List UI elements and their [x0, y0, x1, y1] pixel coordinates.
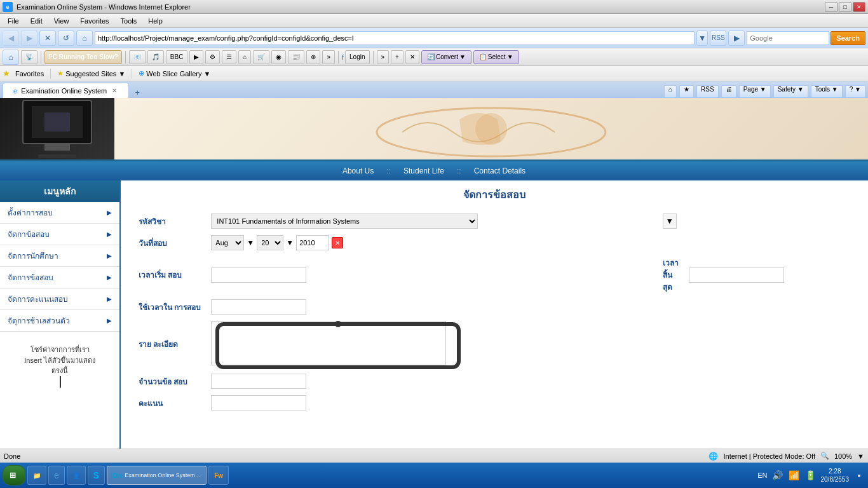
- refresh-button[interactable]: ↺: [58, 30, 74, 46]
- menu-tools[interactable]: Tools: [116, 16, 142, 26]
- address-dropdown-button[interactable]: ▼: [696, 30, 708, 46]
- date-year-input[interactable]: [296, 235, 329, 250]
- sidebar-item-0[interactable]: ตั้งค่าการสอบ ▶: [0, 202, 119, 224]
- web-slice-gallery-link[interactable]: ⊕ Web Slice Gallery ▼: [136, 69, 213, 78]
- toolbar-extra2[interactable]: ⊕: [306, 50, 320, 64]
- toolbar-bbc[interactable]: BBC: [166, 50, 188, 64]
- toolbar-shopping[interactable]: 🛒: [253, 50, 269, 64]
- date-clear-button[interactable]: ✕: [332, 237, 343, 248]
- tab-help-btn[interactable]: ? ▼: [845, 85, 865, 98]
- toolbar-menu[interactable]: ☰: [222, 50, 236, 64]
- taskbar-clock[interactable]: 2:28 20/8/2553: [821, 467, 850, 484]
- tab-close-button[interactable]: ✕: [111, 87, 118, 94]
- menu-edit[interactable]: Edit: [25, 16, 48, 26]
- toolbar-settings[interactable]: ⚙: [205, 50, 220, 64]
- score-cell: [206, 392, 657, 414]
- time-row: เวลาเริ่ม สอบ เวลาสิ้นสุด: [133, 254, 855, 296]
- select-button[interactable]: 📋 Select ▼: [473, 50, 519, 64]
- date-month-select[interactable]: Aug: [211, 235, 244, 250]
- course-dropdown-button[interactable]: ▼: [663, 214, 677, 229]
- forward-button[interactable]: ▶: [21, 30, 37, 46]
- login-button[interactable]: Login: [345, 50, 369, 64]
- toolbar-home[interactable]: ⌂: [3, 50, 19, 65]
- toolbar-extra[interactable]: ◉: [271, 50, 286, 64]
- new-tab-button[interactable]: +: [131, 86, 144, 98]
- address-bar[interactable]: [95, 31, 695, 45]
- tab-favorites-btn[interactable]: ★: [679, 85, 694, 98]
- facebook-icon: f: [342, 53, 344, 61]
- toolbar-media[interactable]: ▶: [189, 50, 203, 64]
- toolbar-news[interactable]: 📰: [288, 50, 304, 64]
- menu-file[interactable]: File: [3, 16, 24, 26]
- tab-safety-btn[interactable]: Safety ▼: [773, 85, 808, 98]
- toolbar-add-btn[interactable]: +: [391, 50, 403, 64]
- tab-home-btn[interactable]: ⌂: [664, 85, 677, 98]
- toolbar-mail[interactable]: 📧: [129, 50, 146, 64]
- course-select[interactable]: INT101 Fundamentals of Information Syste…: [211, 214, 478, 229]
- menu-favorites[interactable]: Favorites: [75, 16, 114, 26]
- suggested-sites-link[interactable]: ★ Suggested Sites ▼: [55, 69, 128, 78]
- start-time-input[interactable]: [211, 268, 306, 283]
- sidebar-item-3[interactable]: จัดการข้อสอบ ▶: [0, 267, 119, 288]
- sidebar-item-1[interactable]: จัดกาข้อสอบ ▶: [0, 224, 119, 245]
- count-cell: [206, 370, 657, 392]
- convert-button[interactable]: 🔄 Convert ▼: [421, 50, 471, 64]
- tab-tools-btn[interactable]: Tools ▼: [811, 85, 843, 98]
- toolbar-expand2[interactable]: »: [377, 50, 390, 64]
- toolbar-home2[interactable]: ⌂: [238, 50, 251, 64]
- back-button[interactable]: ◀: [3, 30, 19, 46]
- rss-button[interactable]: RSS: [710, 30, 726, 46]
- active-tab[interactable]: e Examination Online System ✕: [3, 83, 129, 98]
- zoom-level: 100%: [834, 452, 852, 460]
- volume-icon[interactable]: 🔊: [771, 469, 784, 482]
- search-button[interactable]: Search: [831, 31, 865, 45]
- taskbar-app-skype[interactable]: S: [88, 466, 105, 485]
- network-icon[interactable]: 📶: [788, 469, 801, 482]
- date-sep-2: ▼: [286, 238, 294, 247]
- nav-about-us[interactable]: About Us: [342, 166, 374, 175]
- close-button[interactable]: ✕: [853, 2, 865, 12]
- course-dropdown-cell: ▼: [658, 210, 684, 232]
- toolbar-expand[interactable]: »: [322, 50, 335, 64]
- maximize-button[interactable]: □: [839, 2, 851, 12]
- sidebar-item-4[interactable]: จัดการคะแนนสอบ ▶: [0, 288, 119, 310]
- favorites-link[interactable]: Favorites: [13, 69, 46, 78]
- date-label: วันที่สอบ: [133, 232, 206, 254]
- show-desktop-button[interactable]: ▪: [853, 469, 865, 482]
- tab-page-btn[interactable]: Page ▼: [739, 85, 771, 98]
- toolbar-feeds[interactable]: 📡: [21, 50, 37, 64]
- end-time-input[interactable]: [689, 268, 784, 283]
- nav-student-life[interactable]: Student Life: [403, 166, 444, 175]
- sidebar: เมนูหลัก ตั้งค่าการสอบ ▶ จัดกาข้อสอบ ▶ จ…: [0, 180, 121, 449]
- detail-textarea[interactable]: [211, 321, 446, 365]
- navigate-button[interactable]: ▶: [728, 30, 745, 46]
- search-input[interactable]: [747, 31, 829, 45]
- zone-icon: 🌐: [709, 452, 718, 461]
- taskbar-app-ie[interactable]: e: [48, 466, 65, 485]
- pc-running-slow-btn[interactable]: PC Running Too Slow?: [44, 50, 122, 64]
- score-input[interactable]: [211, 395, 306, 410]
- taskbar-app-fw[interactable]: Fw: [208, 466, 229, 485]
- toolbar-music[interactable]: 🎵: [147, 50, 164, 64]
- nav-contact-details[interactable]: Contact Details: [474, 166, 526, 175]
- taskbar-active-app[interactable]: Dw Examination Online System - Windows I…: [107, 466, 207, 485]
- start-button[interactable]: ⊞: [3, 465, 25, 485]
- sidebar-arrow-0: ▶: [107, 209, 112, 216]
- menu-help[interactable]: Help: [143, 16, 168, 26]
- count-input[interactable]: [211, 374, 306, 389]
- taskbar-app-folder[interactable]: 📁: [27, 466, 46, 485]
- date-day-select[interactable]: 20: [257, 235, 283, 250]
- taskbar-app-user[interactable]: 👤: [67, 466, 86, 485]
- sidebar-item-2[interactable]: จัดการนักศึกษา ▶: [0, 245, 119, 267]
- stop-button[interactable]: ✕: [39, 30, 56, 46]
- minimize-button[interactable]: ─: [825, 2, 837, 12]
- tab-print-btn[interactable]: 🖨: [721, 85, 736, 98]
- duration-input[interactable]: [211, 299, 306, 315]
- menu-view[interactable]: View: [49, 16, 74, 26]
- battery-icon[interactable]: 🔋: [804, 469, 817, 482]
- tab-rss-btn[interactable]: RSS: [696, 85, 719, 98]
- sidebar-item-5[interactable]: จัดุการช้าเลส่วนตัว ▶: [0, 310, 119, 332]
- window-controls[interactable]: ─ □ ✕: [825, 2, 865, 12]
- home-button[interactable]: ⌂: [76, 30, 93, 46]
- toolbar-close-tab[interactable]: ✕: [405, 50, 419, 64]
